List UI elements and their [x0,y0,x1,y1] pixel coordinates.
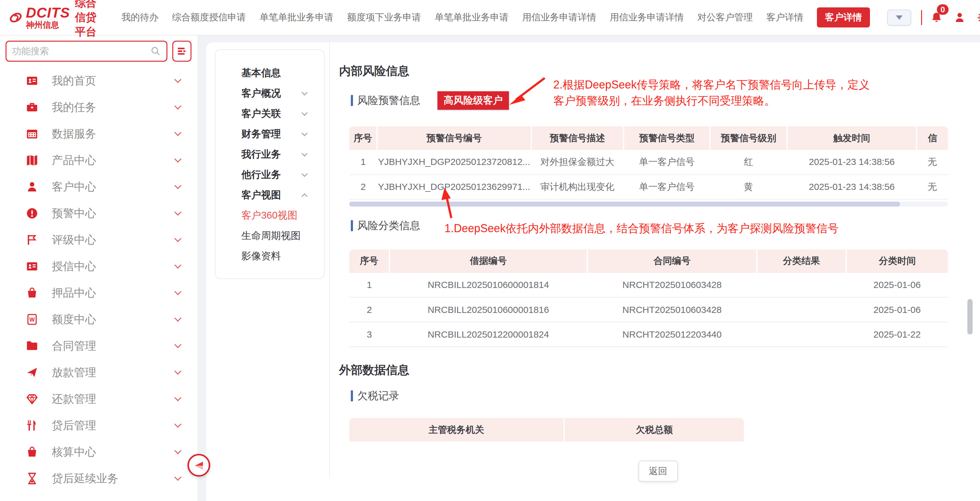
submenu-item-finance-mgmt[interactable]: 财务管理 [215,124,324,144]
sidebar-item-label: 我的任务 [52,100,175,115]
chevron-up-icon [301,193,308,199]
bag-icon [26,287,38,299]
hamburger-arrow-icon [177,46,188,57]
sidebar-item-customers[interactable]: 客户中心 [0,173,197,200]
sidebar-item-home[interactable]: 我的首页 [0,67,197,94]
nav-tab[interactable]: 综合额度授信申请 [172,11,246,24]
sidebar-item-credit[interactable]: 授信中心 [0,253,197,280]
flag-icon [26,234,38,246]
user-button[interactable] [953,11,966,24]
customer-360-content: 内部风险信息 风险预警信息 高风险级客户 2.根据DeepSeek传导策略，将客… [336,42,980,501]
risk-warning-section-label: 风险预警信息 [357,94,420,108]
section-bar [351,95,353,106]
horizontal-scrollbar-track[interactable] [349,202,948,207]
chevron-down-icon [175,288,181,295]
sidebar-item-label: 我的首页 [52,73,175,89]
company-name-cn: 神州信息 [26,21,70,29]
sidebar-item-collateral[interactable]: 押品中心 [0,280,197,306]
app-title: 综合信贷平台 [75,0,103,39]
nav-tab[interactable]: 对公客户管理 [697,11,753,24]
notification-count-badge: 0 [937,4,948,15]
deepseek-annotation-2: 2.根据DeepSeek传导策略，将客户名下预警信号向上传导，定义 客户预警级别… [554,77,870,109]
submenu-item-other-bank-business[interactable]: 他行业务 [215,165,324,185]
chevron-down-icon [175,182,181,189]
menu-collapse-button[interactable] [172,41,191,62]
nav-tab[interactable]: 我的待办 [121,11,159,24]
annotation-arrow-up [441,187,456,219]
sidebar-item-loan-continuation[interactable]: 贷后延续业务 [0,465,197,492]
risk-classification-table: 序号 借据编号 合同编号 分类结果 分类时间 1 NRCBILL20250106… [349,250,948,347]
sidebar-item-post-loan[interactable]: 贷后管理 [0,412,197,439]
sidebar-item-accounting[interactable]: 核算中心 [0,439,197,465]
map-icon [26,154,38,167]
submenu-item-customer-360-view[interactable]: 客户360视图 [215,205,324,226]
chevron-down-icon [301,110,308,116]
sidebar-item-label: 数据服务 [52,126,175,142]
sidebar-collapse-button[interactable] [188,454,210,477]
person-icon [26,181,38,193]
sidebar-item-warnings[interactable]: 预警中心 [0,200,197,227]
submenu-item-image-files[interactable]: 影像资料 [215,246,324,266]
submenu-item-lifecycle-view[interactable]: 生命周期视图 [215,226,324,246]
sidebar-item-rating[interactable]: 评级中心 [0,227,197,253]
sidebar-item-tasks[interactable]: 我的任务 [0,94,197,121]
sidebar-item-contracts[interactable]: 合同管理 [0,332,197,359]
settings-button[interactable] [976,11,980,24]
table-row[interactable]: 1 NRCBILL2025010600001814 NRCHT202501060… [349,273,948,297]
submenu-item-customer-overview[interactable]: 客户概况 [215,83,324,103]
main-panel: 基本信息 客户概况 客户关联 财务管理 我行业务 他行业务 客户视图 客户360… [206,42,980,501]
sidebar-item-data-service[interactable]: 数据服务 [0,121,197,147]
notifications-button[interactable]: 0 [930,11,943,24]
submenu-item-our-bank-business[interactable]: 我行业务 [215,144,324,165]
sidebar-item-quota[interactable]: W 额度中心 [0,306,197,332]
section-bar [351,220,353,231]
nav-tab[interactable]: 客户详情 [766,11,803,24]
chevron-down-icon [175,103,181,110]
left-sidebar: 我的首页 我的任务 数据服务 产品中心 客户中心 预警中心 [0,35,198,501]
dcits-swirl-icon [9,4,23,31]
hourglass-icon [26,472,38,485]
person-icon [953,11,966,24]
nav-tab[interactable]: 额度项下业务申请 [347,11,421,24]
briefcase-icon [26,101,38,113]
logo: DCITS 神州信息 综合信贷平台 [9,0,103,39]
diamond-icon [26,393,38,405]
chevron-down-icon [175,262,181,269]
vertical-scrollbar-thumb[interactable] [967,299,973,334]
tabs-dropdown-button[interactable] [887,10,911,25]
chevron-down-icon [301,130,308,136]
table-row[interactable]: 1 YJBHYJXH_DGP20250123720812... 对外担保金额过大… [349,150,948,175]
sidebar-item-label: 产品中心 [52,153,175,168]
nav-tab[interactable]: 用信业务申请详情 [522,11,596,24]
chevron-down-icon [175,156,181,163]
nav-tab[interactable]: 用信业务申请详情 [610,11,684,24]
sidebar-item-disbursement[interactable]: 放款管理 [0,359,197,386]
submenu-item-basic-info[interactable]: 基本信息 [215,63,324,83]
external-data-title: 外部数据信息 [339,362,980,378]
plane-icon [26,366,38,379]
back-button[interactable]: 返回 [638,461,678,482]
company-name-en: DCITS [26,6,70,20]
id-card-icon [26,75,38,87]
table-header-row: 序号 借据编号 合同编号 分类结果 分类时间 [349,250,948,273]
id-card-icon [26,260,38,272]
chevron-down-icon [175,394,181,401]
sidebar-item-repayment[interactable]: 还款管理 [0,386,197,412]
submenu-item-customer-view[interactable]: 客户视图 [215,185,324,205]
nav-tab[interactable]: 单笔单批业务申请 [435,11,509,24]
function-search [6,41,167,62]
sidebar-item-label: 额度中心 [52,312,175,327]
nav-tab[interactable]: 单笔单批业务申请 [259,11,334,24]
chevron-down-icon [175,129,181,136]
customer-submenu: 基本信息 客户概况 客户关联 财务管理 我行业务 他行业务 客户视图 客户360… [215,49,325,279]
table-row[interactable]: 2 YJBHYJXH_DGP20250123629971... 审计机构出现变化… [349,175,948,199]
table-row[interactable]: 3 NRCBILL2025012200001824 NRCHT202501220… [349,322,948,347]
search-input[interactable] [12,46,150,56]
active-tab-customer-detail[interactable]: 客户详情 [817,7,870,27]
risk-classification-section-label: 风险分类信息 [357,219,420,233]
submenu-item-customer-relations[interactable]: 客户关联 [215,103,324,124]
table-row[interactable]: 2 NRCBILL2025010600001816 NRCHT202501060… [349,297,948,322]
horizontal-scrollbar-thumb[interactable] [349,202,900,207]
top-navbar: DCITS 神州信息 综合信贷平台 我的待办 综合额度授信申请 单笔单批业务申请… [0,0,980,35]
sidebar-item-products[interactable]: 产品中心 [0,147,197,173]
